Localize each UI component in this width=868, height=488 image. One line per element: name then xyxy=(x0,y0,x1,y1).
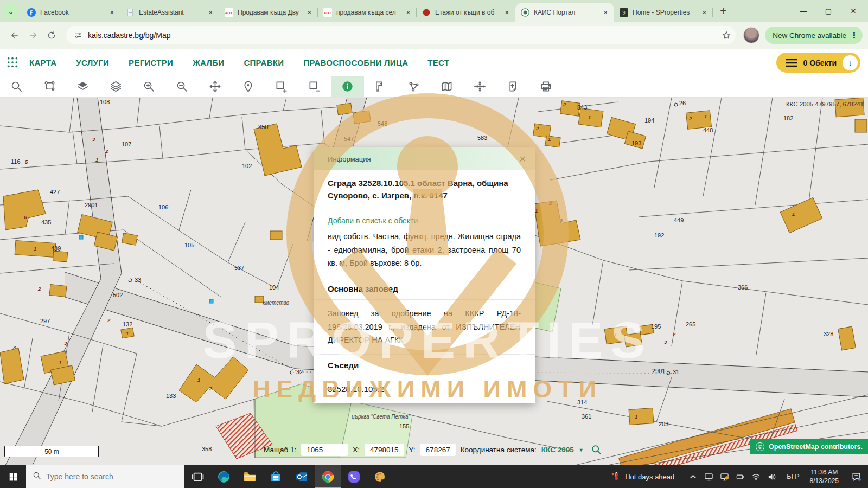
address-input[interactable]: kais.cadastre.bg/bg/Map xyxy=(66,26,736,44)
ethernet-tray-icon[interactable] xyxy=(736,472,745,481)
pan-tool-button[interactable] xyxy=(199,76,232,98)
monitor-tray-icon[interactable] xyxy=(704,472,713,481)
rect-add-tool-button[interactable] xyxy=(265,76,298,98)
paint-icon xyxy=(373,470,387,484)
url-text[interactable]: kais.cadastre.bg/bg/Map xyxy=(88,31,716,40)
map-label: 1 xyxy=(635,414,637,420)
new-tab-button[interactable]: + xyxy=(715,2,731,20)
nav-item-1[interactable]: УСЛУГИ xyxy=(76,58,109,67)
minimize-button[interactable]: — xyxy=(791,0,816,22)
nav-item-5[interactable]: ПРАВОСПОСОБНИ ЛИЦА xyxy=(303,58,408,67)
tab-close-icon[interactable]: ✕ xyxy=(602,8,610,17)
tab-close-icon[interactable]: ✕ xyxy=(404,8,412,17)
export-tool-button[interactable] xyxy=(496,76,529,98)
wifi-tray-icon[interactable] xyxy=(751,472,761,481)
nav-item-0[interactable]: КАРТА xyxy=(29,58,56,67)
crs-select[interactable]: ККС 2005▼ xyxy=(541,446,584,454)
forward-button[interactable] xyxy=(24,26,42,44)
store-taskbar-button[interactable] xyxy=(263,465,289,488)
back-button[interactable] xyxy=(5,26,24,44)
route-tool-button[interactable] xyxy=(33,76,66,98)
browser-tab[interactable]: 9Home - SProperties✕ xyxy=(614,3,713,22)
y-label: Y: xyxy=(409,446,416,454)
browser-tab[interactable]: КАИС Портал✕ xyxy=(515,3,614,22)
action-center-button[interactable] xyxy=(844,472,868,482)
close-button[interactable]: ✕ xyxy=(841,0,866,22)
print-tool-button[interactable] xyxy=(529,76,563,98)
start-button[interactable] xyxy=(0,465,26,488)
weather-widget[interactable]: Hot days ahead xyxy=(601,471,683,483)
chevron-up-tray-icon[interactable] xyxy=(688,472,698,481)
browser-tab[interactable]: Етажи от къщи в об✕ xyxy=(417,3,515,22)
monitor-update-tray-icon[interactable] xyxy=(720,472,729,481)
map-label: 2 xyxy=(548,200,552,206)
task-view-taskbar-button[interactable] xyxy=(184,465,210,488)
paint-taskbar-button[interactable] xyxy=(367,465,393,488)
add-to-objects-link[interactable]: Добави в списък с обекти xyxy=(328,216,521,225)
taskbar-search-input[interactable] xyxy=(46,472,178,481)
volume-tray-icon[interactable] xyxy=(767,472,776,481)
file-explorer-taskbar-button[interactable] xyxy=(237,465,263,488)
measure-tool-button[interactable] xyxy=(364,76,397,98)
more-menu-icon[interactable]: ⋮ xyxy=(850,30,858,40)
info-tool-button[interactable] xyxy=(331,76,364,98)
search-tool-button[interactable] xyxy=(0,76,33,98)
nav-item-6[interactable]: ТЕСТ xyxy=(427,58,449,67)
scale-input[interactable] xyxy=(301,444,348,456)
browser-tab[interactable]: EstateAssistant✕ xyxy=(120,3,219,22)
polygon-tool-button[interactable] xyxy=(397,76,430,98)
zoom-in-tool-button[interactable] xyxy=(132,76,165,98)
apps-grid-icon[interactable] xyxy=(7,56,18,68)
x-value: 4798015 xyxy=(365,444,404,456)
nav-item-2[interactable]: РЕГИСТРИ xyxy=(129,58,173,67)
map-label: 439 xyxy=(51,245,61,252)
browser-tab[interactable]: Facebook✕ xyxy=(22,3,120,22)
attribution-text[interactable]: OpenStreetMap contributors. xyxy=(769,443,863,451)
map-label: 33 xyxy=(135,277,141,283)
edge-icon xyxy=(217,470,231,484)
nav-item-4[interactable]: СПРАВКИ xyxy=(244,58,284,67)
tab-close-icon[interactable]: ✕ xyxy=(700,8,709,17)
taskbar-search[interactable] xyxy=(26,465,184,488)
edge-taskbar-button[interactable] xyxy=(210,465,237,488)
language-indicator[interactable]: БГР xyxy=(782,473,804,480)
map-viewport[interactable]: 1081073213501025475485831165427435643912… xyxy=(0,98,868,465)
tab-close-icon[interactable]: ✕ xyxy=(305,8,314,17)
zoom-out-tool-button[interactable] xyxy=(165,76,199,98)
layers-filled-tool-button[interactable] xyxy=(66,76,99,98)
location-pin-tool-button[interactable] xyxy=(232,76,265,98)
chrome-update-button[interactable]: New Chrome available ⋮ xyxy=(765,27,863,44)
bookmark-star-icon[interactable] xyxy=(722,30,731,40)
map-fold-tool-button[interactable] xyxy=(430,76,463,98)
tab-close-icon[interactable]: ✕ xyxy=(207,8,215,17)
neighbor-id[interactable]: 32528.10.105.2 xyxy=(328,384,521,394)
tab-close-icon[interactable]: ✕ xyxy=(108,8,116,17)
tab-search-button[interactable]: ⌄ xyxy=(3,4,18,19)
browser-tab[interactable]: ALO.Продавам къща Дву✕ xyxy=(219,3,318,22)
task-view-icon xyxy=(191,470,205,484)
outlook-taskbar-button[interactable] xyxy=(289,465,315,488)
objects-button[interactable]: 0 Обекти ↓ xyxy=(776,53,860,73)
objects-expand-icon[interactable]: ↓ xyxy=(843,55,858,70)
nav-item-3[interactable]: ЖАЛБИ xyxy=(193,58,224,67)
coordinates-search-icon[interactable] xyxy=(591,444,602,455)
profile-avatar[interactable] xyxy=(743,27,760,43)
map-label: 3 xyxy=(92,136,95,142)
zoom-out-icon xyxy=(176,80,188,93)
rect-subtract-tool-button[interactable] xyxy=(298,76,331,98)
measure-icon xyxy=(374,80,387,93)
tab-close-icon[interactable]: ✕ xyxy=(503,8,511,17)
browser-tab[interactable]: ALO.продавам къща сел✕ xyxy=(318,3,417,22)
site-info-icon[interactable] xyxy=(74,31,82,40)
crosshair-tool-button[interactable] xyxy=(463,76,496,98)
info-dialog: Информация ✕ Сграда 32528.10.105.1 облас… xyxy=(314,147,535,403)
close-icon[interactable]: ✕ xyxy=(519,154,526,164)
chrome-taskbar-button[interactable] xyxy=(315,465,341,488)
layers-tool-button[interactable] xyxy=(99,76,132,98)
viber-taskbar-button[interactable] xyxy=(341,465,367,488)
tab-title: КАИС Портал xyxy=(534,9,597,16)
maximize-button[interactable]: ▢ xyxy=(816,0,841,22)
reload-button[interactable] xyxy=(42,26,61,44)
map-label: 502 xyxy=(113,292,123,298)
taskbar-clock[interactable]: 11:36 AM 8/13/2025 xyxy=(805,468,844,485)
